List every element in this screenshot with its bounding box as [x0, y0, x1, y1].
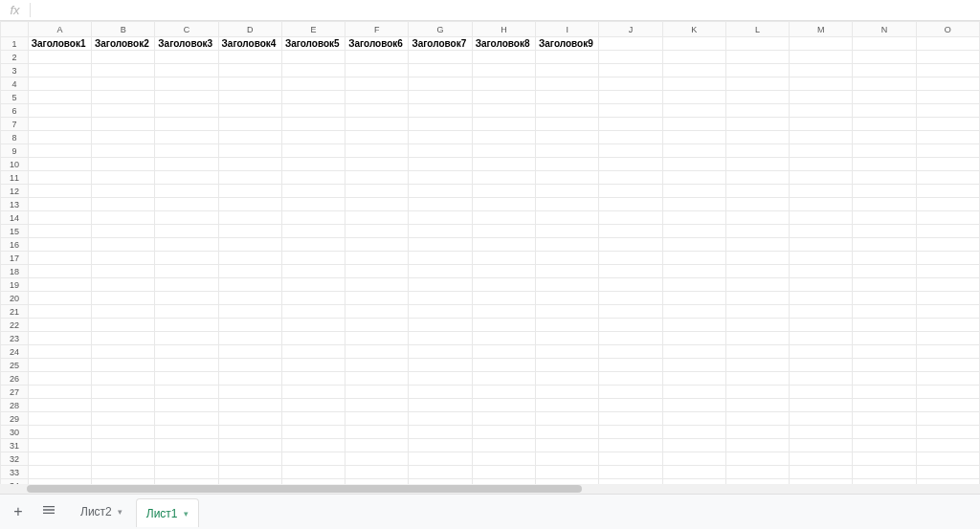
cell[interactable]: [853, 51, 916, 64]
cell[interactable]: [345, 211, 409, 225]
cell[interactable]: [92, 171, 155, 185]
cell[interactable]: [155, 91, 218, 104]
row-header[interactable]: 7: [1, 118, 29, 131]
column-header[interactable]: E: [281, 22, 345, 37]
cell[interactable]: [790, 144, 853, 158]
cell[interactable]: [916, 359, 979, 372]
cell[interactable]: [218, 466, 281, 479]
cell[interactable]: [92, 332, 155, 345]
sheet-tab[interactable]: Лист2▾: [71, 497, 132, 526]
cell[interactable]: [725, 386, 789, 399]
cell[interactable]: [536, 238, 599, 252]
cell[interactable]: [345, 238, 409, 252]
cell[interactable]: [725, 372, 789, 386]
cell[interactable]: [92, 345, 155, 359]
cell[interactable]: [92, 51, 155, 64]
cell[interactable]: [853, 439, 916, 452]
cell[interactable]: [28, 51, 91, 64]
cell[interactable]: [536, 452, 599, 466]
cell[interactable]: [662, 426, 725, 439]
cell[interactable]: [725, 319, 789, 332]
cell[interactable]: [281, 439, 345, 452]
cell[interactable]: [92, 158, 155, 171]
cell[interactable]: [536, 64, 599, 77]
cell[interactable]: [725, 426, 789, 439]
cell[interactable]: [916, 399, 979, 412]
cell[interactable]: [916, 252, 979, 265]
column-header[interactable]: F: [345, 22, 409, 37]
cell[interactable]: [409, 305, 472, 319]
cell[interactable]: [916, 77, 979, 91]
spreadsheet-grid[interactable]: ABCDEFGHIJKLMNO 1Заголовок1Заголовок2Заг…: [0, 21, 980, 494]
cell[interactable]: [725, 198, 789, 211]
row-header[interactable]: 13: [1, 198, 29, 211]
cell[interactable]: [28, 426, 91, 439]
cell[interactable]: [599, 198, 662, 211]
cell[interactable]: [155, 77, 218, 91]
cell[interactable]: [790, 211, 853, 225]
cell[interactable]: [536, 185, 599, 198]
cell[interactable]: [92, 211, 155, 225]
row-header[interactable]: 28: [1, 399, 29, 412]
cell[interactable]: [472, 104, 535, 118]
cell[interactable]: [536, 265, 599, 278]
cell[interactable]: [409, 64, 472, 77]
chevron-down-icon[interactable]: ▾: [118, 507, 122, 517]
cell[interactable]: [281, 265, 345, 278]
cell[interactable]: [536, 252, 599, 265]
row-header[interactable]: 11: [1, 171, 29, 185]
row-header[interactable]: 22: [1, 319, 29, 332]
cell[interactable]: Заголовок1: [28, 37, 91, 51]
cell[interactable]: [218, 104, 281, 118]
cell[interactable]: [853, 319, 916, 332]
cell[interactable]: [472, 91, 535, 104]
row-header[interactable]: 4: [1, 77, 29, 91]
cell[interactable]: Заголовок3: [155, 37, 218, 51]
cell[interactable]: [853, 77, 916, 91]
cell[interactable]: [599, 158, 662, 171]
cell[interactable]: [725, 91, 789, 104]
cell[interactable]: [725, 77, 789, 91]
cell[interactable]: Заголовок9: [536, 37, 599, 51]
cell[interactable]: [790, 386, 853, 399]
cell[interactable]: [218, 305, 281, 319]
cell[interactable]: [409, 238, 472, 252]
cell[interactable]: [790, 91, 853, 104]
cell[interactable]: [853, 198, 916, 211]
cell[interactable]: [472, 64, 535, 77]
cell[interactable]: [536, 144, 599, 158]
cell[interactable]: [853, 131, 916, 144]
cell[interactable]: [345, 319, 409, 332]
cell[interactable]: [92, 372, 155, 386]
cell[interactable]: [725, 37, 789, 51]
cell[interactable]: [409, 158, 472, 171]
cell[interactable]: [472, 439, 535, 452]
cell[interactable]: [725, 225, 789, 238]
cell[interactable]: [155, 466, 218, 479]
cell[interactable]: [472, 265, 535, 278]
cell[interactable]: [281, 252, 345, 265]
cell[interactable]: [853, 305, 916, 319]
cell[interactable]: [155, 104, 218, 118]
cell[interactable]: [916, 452, 979, 466]
cell[interactable]: [916, 238, 979, 252]
cell[interactable]: [218, 171, 281, 185]
cell[interactable]: [916, 198, 979, 211]
cell[interactable]: [853, 252, 916, 265]
cell[interactable]: [599, 359, 662, 372]
cell[interactable]: [790, 225, 853, 238]
cell[interactable]: [853, 265, 916, 278]
row-header[interactable]: 10: [1, 158, 29, 171]
cell[interactable]: [155, 292, 218, 305]
cell[interactable]: [599, 265, 662, 278]
cell[interactable]: [472, 452, 535, 466]
cell[interactable]: [28, 225, 91, 238]
cell[interactable]: [28, 305, 91, 319]
cell[interactable]: [345, 225, 409, 238]
cell[interactable]: [155, 238, 218, 252]
cell[interactable]: [536, 372, 599, 386]
cell[interactable]: [472, 158, 535, 171]
cell[interactable]: [662, 104, 725, 118]
cell[interactable]: [725, 359, 789, 372]
cell[interactable]: [345, 158, 409, 171]
